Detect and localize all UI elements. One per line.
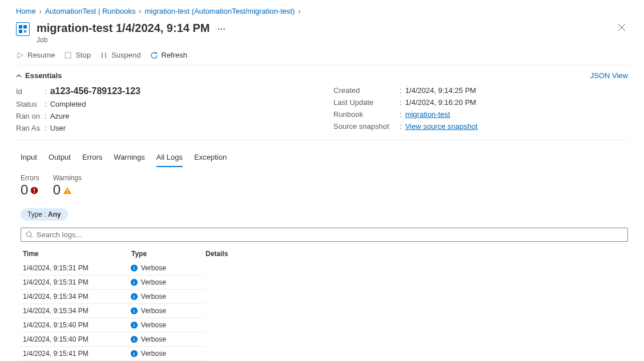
ranon-value: Azure bbox=[50, 112, 70, 120]
errors-count-label: Errors bbox=[21, 174, 39, 182]
resume-button[interactable]: Resume bbox=[16, 51, 55, 59]
svg-rect-2 bbox=[19, 30, 22, 33]
ranas-label: Ran As bbox=[16, 124, 41, 132]
json-view-link[interactable]: JSON View bbox=[590, 71, 628, 80]
status-value: Completed bbox=[50, 100, 86, 108]
table-row[interactable]: 1/4/2024, 9:15:31 PMiVerbose bbox=[21, 261, 204, 275]
log-type: iVerbose bbox=[131, 307, 204, 315]
tab-exception[interactable]: Exception bbox=[194, 151, 227, 167]
refresh-icon bbox=[150, 51, 158, 59]
chevron-right-icon: › bbox=[298, 7, 300, 15]
table-row[interactable]: 1/4/2024, 9:15:40 PMiVerbose bbox=[21, 318, 204, 332]
pause-icon bbox=[100, 51, 108, 59]
svg-rect-8 bbox=[67, 192, 68, 193]
job-icon bbox=[16, 22, 30, 36]
info-icon: i bbox=[131, 307, 138, 314]
log-type: iVerbose bbox=[131, 264, 204, 272]
chevron-right-icon: › bbox=[139, 7, 141, 15]
svg-point-9 bbox=[26, 232, 31, 236]
status-label: Status bbox=[16, 100, 41, 108]
created-label: Created bbox=[333, 86, 396, 95]
essentials-label: Essentials bbox=[25, 71, 62, 80]
error-icon bbox=[30, 183, 38, 197]
breadcrumb-migration-test[interactable]: migration-test (AutomationTest/migration… bbox=[144, 7, 295, 15]
runbook-link[interactable]: migration-test bbox=[405, 110, 450, 119]
log-type: iVerbose bbox=[131, 350, 204, 358]
info-icon: i bbox=[131, 293, 138, 300]
table-row[interactable]: 1/4/2024, 9:15:40 PMiVerbose bbox=[21, 332, 204, 347]
page-subtitle: Job bbox=[37, 36, 609, 44]
svg-rect-6 bbox=[34, 192, 35, 193]
info-icon: i bbox=[131, 336, 138, 343]
log-time: 1/4/2024, 9:15:40 PM bbox=[21, 321, 131, 329]
table-row[interactable]: 1/4/2024, 9:15:34 PMiVerbose bbox=[21, 290, 204, 304]
warnings-count-value: 0 bbox=[53, 183, 61, 197]
log-time: 1/4/2024, 9:15:34 PM bbox=[21, 307, 131, 315]
snapshot-link[interactable]: View source snapshot bbox=[405, 122, 478, 131]
ranas-value: User bbox=[50, 124, 66, 132]
command-bar: Resume Stop Suspend Refresh bbox=[16, 46, 628, 66]
log-type: iVerbose bbox=[131, 321, 204, 329]
info-icon: i bbox=[131, 279, 138, 286]
col-details-header[interactable]: Details bbox=[206, 250, 628, 258]
warning-icon bbox=[63, 183, 72, 197]
close-button[interactable] bbox=[615, 21, 628, 36]
col-type-header[interactable]: Type bbox=[131, 250, 206, 258]
table-row[interactable]: 1/4/2024, 9:15:34 PMiVerbose bbox=[21, 304, 204, 318]
tab-warnings[interactable]: Warnings bbox=[114, 151, 144, 167]
log-type: iVerbose bbox=[131, 293, 204, 301]
log-time: 1/4/2024, 9:15:31 PM bbox=[21, 278, 131, 286]
info-icon: i bbox=[131, 265, 138, 271]
log-time: 1/4/2024, 9:15:40 PM bbox=[21, 335, 131, 343]
id-value: a123-456-789123-123 bbox=[50, 86, 140, 96]
refresh-button[interactable]: Refresh bbox=[150, 51, 188, 59]
errors-count-value: 0 bbox=[21, 183, 28, 197]
log-type: iVerbose bbox=[131, 335, 204, 343]
snapshot-label: Source snapshot bbox=[333, 122, 396, 131]
suspend-label: Suspend bbox=[111, 51, 140, 59]
warnings-count-label: Warnings bbox=[53, 174, 82, 182]
ranon-label: Ran on bbox=[16, 112, 41, 120]
search-box[interactable] bbox=[21, 228, 628, 242]
svg-rect-7 bbox=[67, 189, 68, 192]
breadcrumb-home[interactable]: Home bbox=[16, 7, 36, 15]
table-row[interactable]: 1/4/2024, 9:15:31 PMiVerbose bbox=[21, 275, 204, 290]
page-title: migration-test 1/4/2024, 9:14 PM bbox=[37, 22, 210, 34]
svg-rect-0 bbox=[19, 25, 22, 29]
essentials-body: Id : a123-456-789123-123 Status : Comple… bbox=[16, 84, 628, 140]
svg-rect-3 bbox=[65, 52, 71, 58]
stop-label: Stop bbox=[75, 51, 91, 59]
info-icon: i bbox=[131, 322, 138, 328]
search-input[interactable] bbox=[37, 230, 623, 239]
filter-value: Any bbox=[48, 210, 61, 218]
lastupdate-value: 1/4/2024, 9:16:20 PM bbox=[405, 98, 476, 107]
breadcrumb-runbooks[interactable]: AutomationTest | Runbooks bbox=[45, 7, 136, 15]
svg-rect-1 bbox=[23, 25, 27, 29]
tab-input[interactable]: Input bbox=[21, 151, 37, 167]
resume-label: Resume bbox=[27, 51, 55, 59]
tab-output[interactable]: Output bbox=[49, 151, 71, 167]
log-time: 1/4/2024, 9:15:41 PM bbox=[21, 350, 131, 358]
table-row[interactable]: 1/4/2024, 9:15:41 PMiVerbose bbox=[21, 347, 204, 361]
suspend-button[interactable]: Suspend bbox=[100, 51, 140, 59]
search-icon bbox=[26, 231, 33, 238]
counters: Errors 0 Warnings 0 bbox=[16, 167, 628, 201]
log-time: 1/4/2024, 9:15:34 PM bbox=[21, 293, 131, 301]
play-icon bbox=[16, 51, 24, 59]
col-time-header[interactable]: Time bbox=[21, 250, 131, 258]
stop-button[interactable]: Stop bbox=[64, 51, 91, 59]
essentials-toggle[interactable]: Essentials bbox=[16, 71, 62, 80]
log-table: Time Type Details 1/4/2024, 9:15:31 PMiV… bbox=[21, 246, 628, 361]
more-button[interactable]: ⋯ bbox=[218, 25, 226, 34]
runbook-label: Runbook bbox=[333, 110, 396, 119]
id-label: Id bbox=[16, 87, 41, 96]
tab-alllogs[interactable]: All Logs bbox=[156, 151, 183, 167]
filter-prefix: Type : bbox=[27, 210, 48, 218]
tabs: Input Output Errors Warnings All Logs Ex… bbox=[16, 140, 628, 167]
refresh-label: Refresh bbox=[162, 51, 188, 59]
type-filter-pill[interactable]: Type : Any bbox=[21, 208, 68, 221]
created-value: 1/4/2024, 9:14:25 PM bbox=[405, 86, 476, 95]
svg-rect-5 bbox=[34, 188, 35, 191]
info-icon: i bbox=[131, 350, 138, 357]
tab-errors[interactable]: Errors bbox=[82, 151, 102, 167]
